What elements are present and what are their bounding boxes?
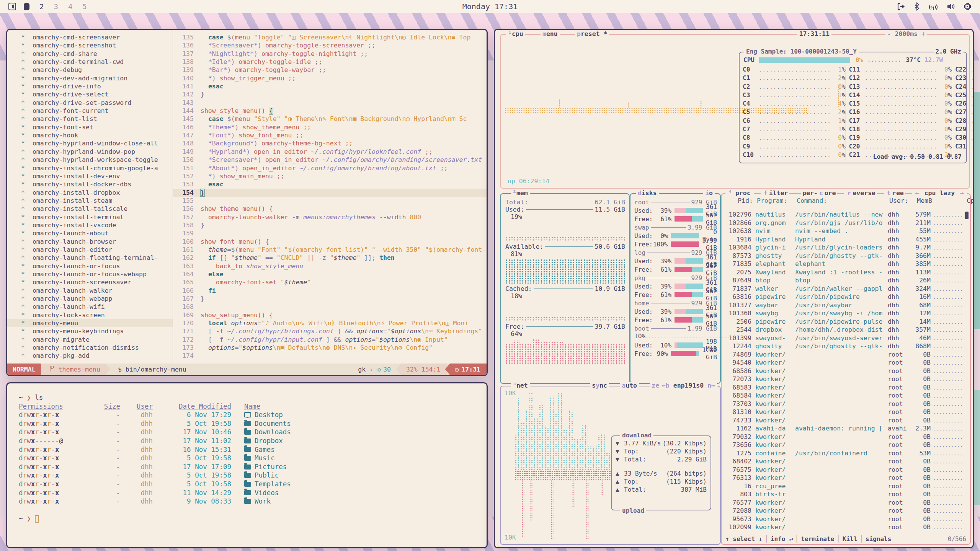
file-item[interactable]: * omarchy-install-dev-env — [7, 172, 173, 180]
code-line[interactable]: 142} — [173, 90, 487, 98]
proc-action-signals[interactable]: signals — [866, 535, 891, 543]
code-line[interactable]: 168 — [173, 303, 487, 311]
code-line[interactable]: 147 *Font*) show_font_menu ;; — [173, 131, 487, 139]
file-item[interactable]: * omarchy-launch-about — [7, 229, 173, 237]
io-mode-button[interactable]: io — [703, 189, 715, 197]
process-row[interactable]: 1916HyprlandHyprlanddhh455M..........0.2 — [724, 236, 963, 244]
file-item[interactable]: * omarchy-install-dropbox — [7, 189, 173, 197]
file-item[interactable]: * omarchy-migrate — [7, 336, 173, 344]
process-row[interactable]: 1162avahi-daavahi-daemon: running [avahi… — [724, 425, 963, 433]
file-item[interactable]: * omarchy-debug — [7, 66, 173, 74]
code-line[interactable]: 136 *Screensaver*) omarchy-toggle-screen… — [173, 41, 487, 49]
code-line[interactable]: 158} — [173, 221, 487, 229]
net-auto-button[interactable]: auto — [620, 382, 639, 389]
process-row[interactable]: 76575kworker/root0B..........0.0 — [724, 466, 963, 474]
file-item[interactable]: * omarchy-launch-editor — [7, 246, 173, 254]
preset-button[interactable]: preset * — [575, 30, 609, 37]
file-item[interactable]: * omarchy-install-vscode — [7, 221, 173, 229]
process-row[interactable]: 102638nvimnvim --embed .dhh55M..........… — [724, 227, 963, 236]
file-item[interactable]: * omarchy-lock-screen — [7, 311, 173, 319]
code-line[interactable]: 166 fi — [173, 287, 487, 295]
disks-box-title[interactable]: disks — [636, 189, 659, 197]
proc-action-select[interactable]: ↑ select ↓ — [725, 535, 762, 543]
proc-table-header[interactable]: Pid: Program: Command: User: MemB Cpu% ↑ — [722, 194, 970, 212]
file-item[interactable]: * omarchy-install-terminal — [7, 213, 173, 221]
process-row[interactable]: 12244ghostty/usr/bin/ghostty --gtk-dhh86… — [724, 342, 963, 351]
file-item[interactable]: * omarchy-dev-add-migration — [7, 74, 173, 82]
code-pane[interactable]: 135 case $(menu "Toggle" "◫ Screensaver\… — [173, 30, 487, 364]
proc-action-kill[interactable]: Kill — [843, 535, 858, 543]
process-row[interactable]: 94540kworker/root0B..........0.0 — [724, 359, 963, 367]
network-icon[interactable] — [929, 2, 938, 11]
file-item[interactable]: * omarchy-launch-walker — [7, 287, 173, 295]
file-item[interactable]: * omarchy-hyprland-window-pop — [7, 148, 173, 156]
code-line[interactable]: 159 — [173, 229, 487, 237]
process-row[interactable]: 2506pipewire/usr/bin/pipewire-pulsedhh14… — [724, 318, 963, 326]
code-line[interactable]: 149 *Hyprland*) open_in_editor ~/.config… — [173, 148, 487, 156]
process-row[interactable]: 95673kworker/root0B..........0.0 — [724, 515, 963, 524]
code-line[interactable]: 139 *Bar*) omarchy-toggle-waybar ;; — [173, 66, 487, 74]
proc-scrollbar[interactable] — [965, 212, 969, 219]
file-item[interactable]: * omarchy-launch-wifi — [7, 303, 173, 311]
file-item[interactable]: * omarchy-cmd-terminal-cwd — [7, 58, 173, 66]
proc-action-info[interactable]: info ↵ — [771, 535, 793, 543]
process-row[interactable]: 76577kworker/root0B..........0.0 — [724, 499, 963, 507]
code-line[interactable]: 145 case $(menu "Style" "◑ Theme\n✎ Font… — [173, 115, 487, 123]
net-sync-button[interactable]: sync — [590, 382, 609, 389]
file-item[interactable]: * omarchy-menu — [7, 319, 173, 327]
code-line[interactable]: 167} — [173, 295, 487, 303]
process-row[interactable]: 101377waybar/usr/bin/waybardhh68M.......… — [724, 302, 963, 310]
code-line[interactable]: 169show_setup_menu() { — [173, 311, 487, 319]
file-item[interactable]: * omarchy-hyprland-workspace-toggle — [7, 156, 173, 164]
file-item[interactable]: * omarchy-install-steam — [7, 197, 173, 205]
file-item[interactable]: * omarchy-launch-floating-terminal- — [7, 254, 173, 262]
code-line[interactable]: 148 *Background*) omarchy-theme-bg-next … — [173, 139, 487, 147]
process-row[interactable]: 102796nautilus/usr/bin/nautilus --newdhh… — [724, 211, 963, 219]
code-line[interactable]: 146 *Theme*) show_theme_menu ;; — [173, 123, 487, 131]
code-line[interactable]: 162 if [[ "$theme" == "CNCLD" || -z "$th… — [173, 254, 487, 262]
code-line[interactable]: 144show_style_menu() { — [173, 107, 487, 115]
code-line[interactable]: 153 esac — [173, 180, 487, 188]
process-row[interactable]: 81310kworker/root0B..........0.0 — [724, 408, 963, 417]
file-item[interactable]: * omarchy-drive-select — [7, 90, 173, 98]
file-item[interactable]: * omarchy-hyprland-window-close-all — [7, 139, 173, 147]
code-line[interactable]: 156show_theme_menu() { — [173, 205, 487, 213]
process-row[interactable]: 2544dropbox/home/dhh/.dropbox-distdhh357… — [724, 326, 963, 334]
process-row[interactable]: 68583kworker/root0B..........0.0 — [724, 384, 963, 392]
file-item[interactable]: * omarchy-font-set — [7, 123, 173, 131]
process-list[interactable]: 102796nautilus/usr/bin/nautilus --newdhh… — [724, 211, 963, 531]
file-item[interactable]: * omarchy-hook — [7, 131, 173, 139]
process-row[interactable]: 71835elephantelephantdhh385M..........0.… — [724, 260, 963, 269]
file-item[interactable]: * omarchy-drive-info — [7, 82, 173, 90]
proc-action-terminate[interactable]: terminate — [801, 535, 834, 543]
file-item[interactable]: * omarchy-install-docker-dbs — [7, 180, 173, 188]
menu-button[interactable]: menu — [541, 30, 560, 37]
workspace-5[interactable]: 5 — [82, 2, 87, 11]
code-line[interactable]: 163 back_to show_style_menu — [173, 262, 487, 270]
process-row[interactable]: 74733kworker/root0B..........0.0 — [724, 417, 963, 425]
code-line[interactable]: 174 — [173, 352, 487, 360]
process-row[interactable]: 16rcu_preeroot0B..........0.0 — [724, 483, 963, 491]
process-row[interactable]: 72073kworker/root0B..........0.0 — [724, 375, 963, 384]
code-line[interactable]: 135 case $(menu "Toggle" "◫ Screensaver\… — [173, 33, 487, 41]
net-box-title[interactable]: ³net — [511, 382, 530, 389]
code-line[interactable]: 151 *About*) open_in_editor ~/.config/om… — [173, 164, 487, 172]
app-launcher-icon[interactable] — [8, 3, 16, 10]
code-line[interactable]: 173 options="$options\n▣ Defaults\n◍ DNS… — [173, 344, 487, 352]
code-line[interactable]: 150 *Screensaver*) open_in_editor ~/.con… — [173, 156, 487, 164]
process-row[interactable]: 87649btopbtopdhh26M..........0.0 — [724, 277, 963, 285]
file-item[interactable]: * omarchy-drive-set-password — [7, 99, 173, 107]
process-row[interactable]: 87573ghostty/usr/bin/ghostty --gtk-dhh36… — [724, 252, 963, 261]
code-line[interactable]: 171 [ -f ~/.config/hypr/bindings.conf ] … — [173, 327, 487, 335]
code-line[interactable]: 137 *Nightlight*) omarchy-toggle-nightli… — [173, 50, 487, 58]
file-item[interactable]: * omarchy-font-list — [7, 115, 173, 123]
code-line[interactable]: 140 *) show_trigger_menu ;; — [173, 74, 487, 82]
file-item[interactable]: * omarchy-install-chromium-google-a — [7, 164, 173, 172]
file-item[interactable]: * omarchy-cmd-screenshot — [7, 41, 173, 49]
code-line[interactable]: 170 local options="♪ Audio\n∿ Wifi\nᛒ Bl… — [173, 319, 487, 327]
file-item[interactable]: * omarchy-launch-webapp — [7, 295, 173, 303]
code-line[interactable]: 164 else — [173, 270, 487, 278]
file-item[interactable]: * omarchy-launch-or-focus-webapp — [7, 270, 173, 278]
prompt-line[interactable]: ~ ❯ — [19, 514, 487, 523]
code-line[interactable]: 154} — [173, 189, 487, 197]
